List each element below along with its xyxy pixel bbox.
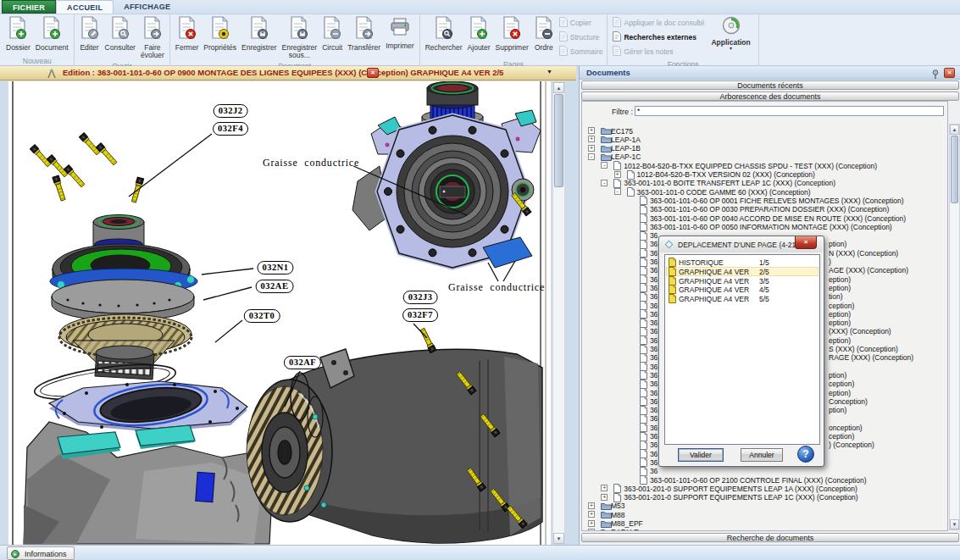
page-list-item[interactable]: HISTORIQUE1/5: [666, 258, 818, 267]
ribbon-button-faire-voluer[interactable]: Faire évoluer: [138, 15, 167, 61]
expand-icon[interactable]: +: [588, 502, 595, 509]
tree-scroll-thumb[interactable]: [951, 136, 958, 203]
tree-row-label-fragment: ption): [829, 371, 846, 380]
tab-fichier[interactable]: FICHIER: [2, 0, 56, 14]
page-list-item[interactable]: GRAPHIQUE A4 VER4/5: [666, 285, 818, 294]
tree-row-label-fragment: ception): [829, 302, 854, 310]
expand-icon[interactable]: +: [614, 171, 621, 178]
tree-scrollbar[interactable]: ▲ ▼: [949, 124, 960, 530]
collapse-icon[interactable]: -: [588, 153, 595, 160]
ribbon-small-label: Gérer les notes: [624, 47, 673, 56]
tree-row[interactable]: 363-001-101-0-60 OP 0001 FICHE RELEVES M…: [582, 196, 947, 204]
ribbon-button-propri-t-s[interactable]: Propriétés: [201, 15, 239, 53]
pin-icon[interactable]: [931, 68, 940, 78]
ribbon-button-enregistrer[interactable]: Enregistrer: [239, 15, 280, 53]
small-page-icon: [612, 17, 621, 29]
tree-row-label: EC175: [611, 127, 633, 136]
document-close-button[interactable]: ×: [367, 68, 379, 78]
ribbon-button-circuit[interactable]: Circuit: [319, 15, 345, 53]
document-tree-bar[interactable]: Arborescence des documents: [581, 91, 959, 101]
ribbon-button-label: Document: [36, 44, 69, 52]
tab-accueil[interactable]: ACCUEIL: [56, 0, 114, 14]
ribbon-button-transf-rer[interactable]: Transférer: [345, 15, 383, 53]
viewer-scroll-up-icon[interactable]: ▲: [553, 82, 564, 93]
dialog-close-button[interactable]: ×: [795, 236, 817, 249]
tree-row[interactable]: +M53: [582, 502, 947, 510]
filter-input[interactable]: [635, 106, 944, 116]
tree-row[interactable]: 36: [582, 467, 947, 475]
viewer-scroll-thumb[interactable]: [554, 94, 563, 187]
tree-row[interactable]: +LEAP-1A: [582, 135, 947, 143]
page-item-number: 3/5: [759, 277, 769, 286]
collapse-icon[interactable]: -: [601, 180, 608, 186]
tree-row[interactable]: -363-001-101-0 BOITE TRANSFERT LEAP 1C (…: [582, 179, 947, 187]
collapse-icon[interactable]: -: [601, 162, 608, 169]
ribbon-button-fermer[interactable]: Fermer: [173, 15, 201, 53]
tree-row[interactable]: 363-001-101-0-60 OP 0040 ACCORD DE MISE …: [582, 213, 947, 222]
tree-row[interactable]: +LEAP-1B: [582, 144, 947, 152]
tree-row[interactable]: -1012-B04-520-B-TXX EQUIPPED CHASSIS SPD…: [582, 161, 947, 169]
ribbon-groups: DossierDocumentNouveauEditerConsulterFai…: [0, 14, 960, 66]
ribbon-button-imprimer[interactable]: Imprimer: [383, 15, 417, 51]
tree-row-label: 36: [650, 345, 658, 353]
document-plus-icon: [42, 16, 62, 43]
tree-row[interactable]: +363-001-201-0 SUPPORT EQUIPEMENTS LEAP …: [582, 484, 947, 492]
tab-affichage[interactable]: AFFICHAGE: [114, 0, 180, 14]
document-plus-icon: [8, 16, 28, 43]
page-list-item[interactable]: GRAPHIQUE A4 VER5/5: [666, 294, 818, 303]
panel-close-button[interactable]: ×: [944, 68, 955, 78]
ribbon-button-consulter[interactable]: Consulter: [103, 15, 138, 53]
expand-icon[interactable]: +: [588, 520, 595, 527]
expand-icon[interactable]: +: [588, 136, 595, 142]
viewer-scrollbar[interactable]: ▲ ▼: [552, 81, 565, 545]
informations-tab[interactable]: ▸ Informations: [7, 546, 75, 560]
page-list-item[interactable]: GRAPHIQUE A4 VER3/5: [666, 276, 818, 286]
annuler-button[interactable]: Annuler: [741, 448, 783, 462]
ribbon-button-rechercher[interactable]: Rechercher: [423, 15, 465, 53]
tree-row[interactable]: +M88: [582, 510, 947, 518]
titlebar-menu-arrow-icon[interactable]: ▼: [547, 69, 552, 75]
tree-row[interactable]: -363-001-101-0 CODE GAMME 60 (XXX) (Conc…: [582, 187, 947, 196]
expand-icon[interactable]: +: [588, 511, 595, 518]
tree-row[interactable]: +EC175: [582, 126, 947, 135]
ribbon-button-editer[interactable]: Editer: [77, 15, 103, 53]
tree-row[interactable]: 363-001-101-0-60 OP 0030 PREPARATION DOS…: [582, 205, 947, 213]
tree-row[interactable]: +1012-B04-520-B-TXX VERSION 02 (XXX) (Co…: [582, 170, 947, 179]
page-list-item-selected[interactable]: GRAPHIQUE A4 VER2/5: [666, 267, 818, 276]
ribbon-small-button-recherches-externes[interactable]: Recherches externes: [612, 31, 704, 43]
ribbon-button-document[interactable]: Document: [33, 15, 71, 53]
search-documents-bar[interactable]: Recherche de documents: [581, 533, 959, 542]
ribbon-button-supprimer[interactable]: Supprimer: [493, 15, 531, 53]
expand-icon[interactable]: +: [588, 127, 595, 134]
tree-row[interactable]: 363-001-101-0-60 OP 0050 INFORMATION MON…: [582, 222, 947, 230]
application-button[interactable]: Application▾: [706, 15, 755, 51]
document-arrow-icon: [354, 16, 375, 43]
status-bar: ▸ Informations: [0, 545, 960, 560]
valider-button[interactable]: Valider: [678, 448, 724, 462]
document-gray-icon: [322, 16, 342, 43]
tree-row[interactable]: -LEAP-1C: [582, 152, 947, 161]
ribbon-button-ajouter[interactable]: Ajouter: [465, 15, 493, 53]
ribbon-button-ordre[interactable]: Ordre: [531, 15, 557, 53]
tree-row-label-fragment: eption): [829, 389, 851, 397]
viewer-scroll-down-icon[interactable]: ▼: [553, 533, 564, 544]
ribbon-button-dossier[interactable]: Dossier: [3, 15, 33, 53]
expand-icon[interactable]: +: [601, 494, 608, 501]
tree-row[interactable]: +M88_EPF: [582, 519, 947, 528]
expand-icon[interactable]: +: [601, 485, 608, 491]
tree-row[interactable]: +363-001-201-0 SUPPORT EQUIPEMENTS LEAP …: [582, 493, 947, 502]
expand-icon[interactable]: +: [588, 145, 595, 152]
collapse-icon[interactable]: -: [614, 188, 621, 195]
ribbon-small-label: Sommaire: [570, 47, 603, 56]
page-list[interactable]: HISTORIQUE1/5GRAPHIQUE A4 VER2/5GRAPHIQU…: [664, 254, 820, 445]
expand-icon[interactable]: +: [588, 529, 595, 531]
tree-row-label: 36: [650, 441, 658, 449]
tree-scroll-up-icon[interactable]: ▲: [950, 125, 959, 135]
ribbon-button-enregistrer-sous[interactable]: Enregistrer sous...: [280, 15, 320, 61]
tree-row[interactable]: 363-001-101-0-60 OP 2100 CONTROLE FINAL …: [582, 475, 947, 484]
help-button[interactable]: ?: [797, 446, 814, 463]
recent-documents-bar[interactable]: Documents récents: [581, 80, 959, 90]
tree-scroll-down-icon[interactable]: ▼: [950, 519, 959, 530]
tree-row-label: 363-001-201-0 SUPPORT EQUIPEMENTS LEAP 1…: [624, 485, 857, 493]
tree-row[interactable]: +RAFALE: [582, 528, 947, 531]
